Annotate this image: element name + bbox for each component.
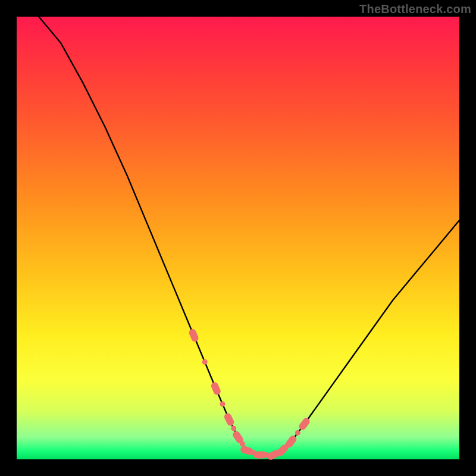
highlight-dot [220, 402, 226, 407]
watermark-text: TheBottleneck.com [359, 2, 471, 16]
chart-frame: TheBottleneck.com [0, 0, 476, 476]
highlight-pill [210, 381, 222, 396]
highlight-dot [231, 425, 236, 431]
curve-layer [17, 17, 459, 459]
highlight-pill [188, 328, 200, 343]
highlight-dot [240, 441, 245, 447]
highlight-dot [202, 359, 208, 365]
plot-area [17, 17, 459, 459]
bottleneck-curve-path [39, 17, 459, 455]
highlight-dot [295, 430, 300, 436]
highlight-pill [223, 412, 236, 427]
